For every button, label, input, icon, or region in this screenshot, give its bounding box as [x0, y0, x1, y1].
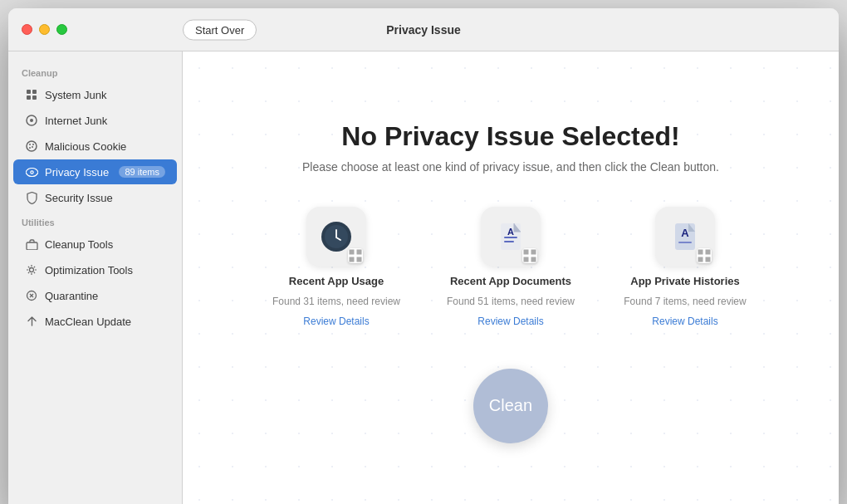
card-icon-history: A — [655, 207, 715, 267]
sidebar-item-cleanup-tools[interactable]: Cleanup Tools — [13, 232, 177, 257]
main-inner: No Privacy Issue Selected! Please choose… — [208, 121, 814, 443]
start-over-button[interactable]: Start Over — [183, 19, 257, 40]
privacy-issue-badge: 89 items — [119, 166, 165, 178]
svg-point-5 — [30, 119, 33, 122]
utilities-section-label: Utilities — [8, 211, 182, 231]
content-area: Cleanup System Junk — [8, 51, 839, 504]
card-found-recent-app-documents: Found 51 items, need review — [447, 296, 575, 307]
sidebar-item-macclean-update[interactable]: MacClean Update — [13, 309, 177, 334]
sidebar-item-quarantine[interactable]: Quarantine — [13, 283, 177, 308]
sidebar-item-system-junk-label: System Junk — [45, 89, 165, 101]
maximize-button[interactable] — [56, 24, 67, 35]
app-window: Start Over Privacy Issue Cleanup System … — [8, 8, 839, 504]
minimize-button[interactable] — [39, 24, 50, 35]
svg-rect-19 — [357, 249, 362, 254]
svg-point-12 — [31, 171, 32, 173]
circle-dot-icon — [25, 114, 38, 127]
traffic-lights — [22, 24, 67, 35]
card-name-app-private-histories: App Private Histories — [630, 275, 740, 287]
privacy-cards: Recent App Usage Found 31 items, need re… — [270, 207, 752, 327]
sidebar-item-malicious-cookie-label: Malicious Cookie — [45, 140, 165, 153]
svg-rect-32 — [678, 242, 692, 243]
settings-icon — [25, 263, 38, 276]
card-icon-clock — [306, 207, 366, 267]
svg-point-9 — [29, 147, 31, 149]
sidebar-item-macclean-update-label: MacClean Update — [45, 316, 165, 328]
sidebar-item-privacy-issue-label: Privacy Issue — [45, 166, 112, 179]
sidebar-item-cleanup-tools-label: Cleanup Tools — [45, 238, 165, 251]
svg-rect-23 — [504, 237, 517, 238]
sidebar-item-security-issue-label: Security Issue — [45, 192, 165, 204]
sidebar-item-quarantine-label: Quarantine — [45, 290, 165, 302]
svg-rect-36 — [706, 257, 711, 262]
card-found-app-private-histories: Found 7 items, need review — [624, 296, 746, 307]
card-recent-app-usage: Recent App Usage Found 31 items, need re… — [270, 207, 403, 327]
titlebar: Start Over Privacy Issue — [8, 8, 839, 51]
svg-rect-26 — [524, 249, 529, 254]
svg-rect-33 — [698, 249, 703, 254]
main-heading: No Privacy Issue Selected! — [341, 121, 679, 152]
gear-cross-icon — [25, 289, 38, 302]
main-content: No Privacy Issue Selected! Please choose… — [183, 51, 839, 504]
sidebar-item-internet-junk-label: Internet Junk — [45, 115, 165, 127]
svg-rect-1 — [32, 90, 37, 94]
card-icon-document: A — [481, 207, 541, 267]
cookie-icon — [25, 139, 38, 153]
window-title: Privacy Issue — [386, 23, 461, 37]
card-app-private-histories: A A — [619, 207, 752, 327]
arrow-up-icon — [25, 315, 38, 328]
card-review-app-private-histories[interactable]: Review Details — [652, 316, 717, 327]
cleanup-section-label: Cleanup — [8, 61, 182, 81]
svg-point-6 — [27, 141, 37, 151]
svg-rect-35 — [698, 257, 703, 262]
svg-point-14 — [30, 268, 34, 272]
sidebar-item-malicious-cookie[interactable]: Malicious Cookie — [13, 134, 177, 159]
svg-rect-34 — [706, 249, 711, 254]
sidebar-item-security-issue[interactable]: Security Issue — [13, 185, 177, 210]
main-subheading: Please choose at least one kind of priva… — [302, 160, 719, 174]
svg-rect-0 — [27, 90, 31, 94]
sidebar-item-optimization-tools-label: Optimization Tools — [45, 264, 165, 276]
sidebar-item-optimization-tools[interactable]: Optimization Tools — [13, 257, 177, 282]
svg-rect-13 — [27, 242, 37, 250]
sidebar-item-system-junk[interactable]: System Junk — [13, 82, 177, 107]
card-name-recent-app-usage: Recent App Usage — [289, 275, 384, 287]
svg-rect-3 — [32, 95, 37, 100]
sidebar: Cleanup System Junk — [8, 51, 183, 504]
svg-rect-20 — [350, 257, 355, 262]
close-button[interactable] — [22, 24, 32, 35]
shield-icon — [25, 191, 38, 204]
mini-icon-app-docs — [522, 248, 537, 263]
card-recent-app-documents: A Recent App Documen — [444, 207, 577, 327]
svg-text:A: A — [681, 227, 689, 239]
svg-rect-18 — [350, 249, 355, 254]
svg-point-7 — [29, 144, 31, 145]
card-name-recent-app-documents: Recent App Documents — [450, 275, 571, 287]
svg-point-10 — [32, 144, 34, 145]
card-review-recent-app-usage[interactable]: Review Details — [303, 316, 369, 327]
card-found-recent-app-usage: Found 31 items, need review — [272, 296, 400, 307]
briefcase-icon — [25, 237, 38, 251]
mini-icon-app-usage — [348, 248, 363, 263]
svg-rect-21 — [357, 257, 362, 262]
card-review-recent-app-documents[interactable]: Review Details — [477, 316, 543, 327]
svg-rect-28 — [524, 257, 529, 262]
sidebar-item-internet-junk[interactable]: Internet Junk — [13, 108, 177, 133]
sidebar-item-privacy-issue[interactable]: Privacy Issue 89 items — [13, 159, 177, 184]
eye-icon — [25, 165, 38, 179]
svg-rect-24 — [504, 241, 514, 242]
grid-icon — [25, 88, 38, 101]
svg-point-8 — [32, 146, 33, 148]
svg-rect-29 — [531, 257, 536, 262]
clean-button[interactable]: Clean — [473, 369, 548, 443]
mini-icon-histories — [697, 248, 712, 263]
svg-rect-27 — [531, 249, 536, 254]
svg-text:A: A — [507, 227, 514, 237]
svg-rect-2 — [27, 95, 31, 100]
